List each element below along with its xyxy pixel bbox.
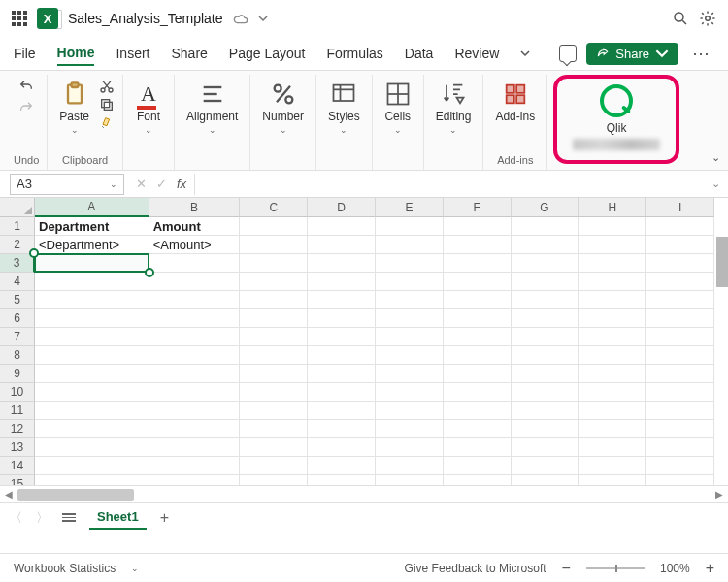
- addins-button[interactable]: Add-ins: [491, 79, 539, 125]
- app-launcher-icon[interactable]: [12, 11, 27, 26]
- ribbon-collapse-chevron-icon[interactable]: ⌄: [711, 151, 720, 164]
- filename[interactable]: Sales_Analysis_Template: [68, 11, 223, 26]
- row-header-14[interactable]: 14: [0, 457, 35, 475]
- feedback-link[interactable]: Give Feedback to Microsoft: [405, 562, 546, 575]
- cell-D4[interactable]: [308, 273, 376, 291]
- cell-C6[interactable]: [240, 309, 308, 328]
- cell-H8[interactable]: [579, 346, 646, 365]
- cell-H1[interactable]: [579, 217, 646, 236]
- cell-G11[interactable]: [512, 402, 579, 420]
- cell-E14[interactable]: [376, 457, 444, 475]
- cell-E15[interactable]: [376, 475, 444, 485]
- cell-B2[interactable]: <Amount>: [149, 236, 241, 254]
- cell-C2[interactable]: [240, 236, 308, 254]
- comments-icon[interactable]: [559, 45, 577, 62]
- cell-F3[interactable]: [444, 254, 512, 273]
- cell-F5[interactable]: [444, 291, 512, 309]
- spreadsheet-grid[interactable]: ABCDEFGHI 123456789101112131415 Departme…: [0, 198, 728, 485]
- cell-I3[interactable]: [646, 254, 714, 273]
- row-header-8[interactable]: 8: [0, 346, 35, 365]
- cell-C3[interactable]: [240, 254, 308, 273]
- select-all-corner[interactable]: [0, 198, 35, 217]
- cell-H6[interactable]: [579, 309, 646, 328]
- cell-B3[interactable]: [149, 254, 241, 273]
- cell-H13[interactable]: [579, 438, 646, 457]
- cell-H10[interactable]: [579, 383, 646, 402]
- tab-page-layout[interactable]: Page Layout: [229, 42, 306, 65]
- cell-F9[interactable]: [444, 365, 512, 383]
- row-header-11[interactable]: 11: [0, 402, 35, 420]
- fx-icon[interactable]: fx: [177, 177, 186, 191]
- name-box-chevron-icon[interactable]: ⌄: [110, 179, 117, 189]
- cell-D13[interactable]: [308, 438, 376, 457]
- zoom-out-button[interactable]: −: [562, 560, 571, 577]
- hscroll-track[interactable]: [17, 489, 711, 501]
- font-button[interactable]: A Font ⌄: [131, 79, 166, 137]
- tab-review[interactable]: Review: [454, 42, 499, 65]
- cell-A4[interactable]: [35, 273, 149, 291]
- cell-F4[interactable]: [444, 273, 512, 291]
- cell-F8[interactable]: [444, 346, 512, 365]
- cell-E10[interactable]: [376, 383, 444, 402]
- hscroll-right-arrow-icon[interactable]: ▶: [711, 489, 728, 500]
- column-header-D[interactable]: D: [308, 198, 376, 217]
- cell-I9[interactable]: [646, 365, 714, 383]
- accept-formula-icon[interactable]: ✓: [156, 177, 167, 191]
- sheet-nav-next-icon[interactable]: 〉: [36, 509, 49, 527]
- cell-G9[interactable]: [512, 365, 579, 383]
- column-header-A[interactable]: A: [35, 198, 149, 217]
- formula-input[interactable]: [194, 174, 704, 195]
- cell-G8[interactable]: [512, 346, 579, 365]
- cell-F15[interactable]: [444, 475, 512, 485]
- cell-C12[interactable]: [240, 420, 308, 438]
- horizontal-scrollbar[interactable]: ◀ ▶: [0, 485, 728, 502]
- cut-icon[interactable]: [99, 79, 115, 94]
- cell-E11[interactable]: [376, 402, 444, 420]
- cell-A11[interactable]: [35, 402, 149, 420]
- cell-I12[interactable]: [646, 420, 714, 438]
- undo-icon[interactable]: [18, 79, 34, 94]
- cell-G2[interactable]: [512, 236, 579, 254]
- cell-G1[interactable]: [512, 217, 579, 236]
- cell-D6[interactable]: [308, 309, 376, 328]
- cell-D2[interactable]: [308, 236, 376, 254]
- cell-I13[interactable]: [646, 438, 714, 457]
- row-header-6[interactable]: 6: [0, 309, 35, 328]
- row-header-9[interactable]: 9: [0, 365, 35, 383]
- row-header-3[interactable]: 3: [0, 254, 35, 273]
- cell-I10[interactable]: [646, 383, 714, 402]
- all-sheets-icon[interactable]: [62, 513, 76, 522]
- column-header-H[interactable]: H: [579, 198, 646, 217]
- number-button[interactable]: Number ⌄: [258, 79, 308, 137]
- row-header-12[interactable]: 12: [0, 420, 35, 438]
- cell-I11[interactable]: [646, 402, 714, 420]
- cell-H15[interactable]: [579, 475, 646, 485]
- cell-H2[interactable]: [579, 236, 646, 254]
- title-chevron-icon[interactable]: [258, 14, 268, 23]
- cell-H7[interactable]: [579, 328, 646, 346]
- cell-I5[interactable]: [646, 291, 714, 309]
- cell-F2[interactable]: [444, 236, 512, 254]
- cell-C11[interactable]: [240, 402, 308, 420]
- workbook-statistics-link[interactable]: Workbook Statistics: [14, 562, 116, 575]
- cell-B1[interactable]: Amount: [149, 217, 241, 236]
- cell-A1[interactable]: Department: [35, 217, 149, 236]
- cell-B11[interactable]: [149, 402, 241, 420]
- cell-G13[interactable]: [512, 438, 579, 457]
- cell-D10[interactable]: [308, 383, 376, 402]
- hscroll-left-arrow-icon[interactable]: ◀: [0, 489, 17, 500]
- column-header-I[interactable]: I: [646, 198, 714, 217]
- cell-E12[interactable]: [376, 420, 444, 438]
- copy-icon[interactable]: [99, 97, 115, 113]
- tab-data[interactable]: Data: [405, 42, 434, 65]
- cell-D3[interactable]: [308, 254, 376, 273]
- cancel-formula-icon[interactable]: ✕: [136, 177, 147, 191]
- zoom-level[interactable]: 100%: [660, 562, 690, 575]
- alignment-button[interactable]: Alignment ⌄: [182, 79, 242, 137]
- settings-gear-icon[interactable]: [699, 10, 716, 27]
- cell-E7[interactable]: [376, 328, 444, 346]
- cell-F11[interactable]: [444, 402, 512, 420]
- redo-icon[interactable]: [18, 100, 34, 115]
- cell-I15[interactable]: [646, 475, 714, 485]
- cell-E4[interactable]: [376, 273, 444, 291]
